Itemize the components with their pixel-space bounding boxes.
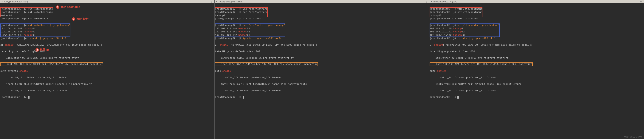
output-line: oute ens160 [215, 69, 429, 73]
hosts-line: 192.168.121.142 hadoop03 [215, 33, 285, 37]
cmd-line: [root@hadoop01 ~]# ip addr | grep ens160… [0, 37, 214, 40]
output-line: oute dynamic ens160 [0, 69, 214, 73]
cmd-line: [root@hadoop02 ~]# ip addr | grep ens160… [215, 37, 429, 40]
cmd-line: [root@hadoop03 ~]# vim /etc/hostname [430, 7, 482, 11]
cmd-line: [root@hadoop02 ~]# cat /etc/hostname [215, 11, 268, 14]
hosts-line: 192.168.121.141 hadoop02 [215, 30, 285, 33]
output-line: valid_lft forever preferred_lft forever [215, 89, 429, 92]
annotation-1: 1修改 hostname [56, 5, 80, 9]
output-line: inet6 fe80::4655:c1dd:9424:a686/64 scope… [0, 83, 214, 86]
minimize-icon[interactable]: ⊖ [426, 0, 427, 3]
tab-title: root@hadoop03:~ (ssh) [434, 0, 457, 3]
ip-highlight: inet 192.168.121.142/24 brd 192.168.121.… [430, 63, 532, 66]
minimize-icon[interactable]: ⊖ [211, 0, 212, 3]
hosts-line: 192.168.121.141 hadoop02 [430, 30, 500, 33]
cmd-line: [root@hadoop03 ~]# ip addr | grep ens160… [430, 37, 644, 40]
output-line: inet6 fe80::c819:8eff:feed:d161/64 scope… [215, 83, 429, 86]
cursor [458, 96, 459, 99]
hostname-output: hadoop03 [430, 14, 482, 17]
prompt-line: [root@hadoop02 ~]# [215, 96, 429, 99]
annotation-2: 2host 映射 [72, 17, 89, 21]
output-line: valid_lft forever preferred_lft forever [430, 89, 644, 92]
hostname-output: hadoop01 [0, 14, 53, 17]
terminal-pane-2: ✕ root@hadoop02:~ (ssh) ⊖ [root@hadoop02… [214, 0, 429, 139]
hosts-line: 192.168.121.142 hadoop03 [430, 33, 500, 37]
output-line: 2: ens160: <BROADCAST,MULTICAST,UP,LOWER… [215, 43, 429, 47]
output-line: inet 192.168.121.141/24 brd 192.168.121.… [215, 63, 429, 66]
output-line: 2: ens160: <BROADCAST,MULTICAST,UP,LOWER… [430, 43, 644, 47]
output-line: inet 192.168.121.140/24 brd 192.168.121.… [0, 63, 214, 66]
prompt-line: [root@hadoop01 ~]# [0, 96, 214, 99]
titlebar-2: ✕ root@hadoop02:~ (ssh) ⊖ [214, 0, 429, 3]
output-line: 2: ens160: <BROADCAST,MULTICAST,UP,LOWER… [0, 43, 214, 47]
watermark: CSDN @huan_1993 [624, 136, 642, 138]
hosts-line: 192.168.121.141 hadoop02 [0, 30, 70, 33]
titlebar-1: ✕ root@hadoop01:~ (ssh) ⊖ [0, 0, 214, 3]
hosts-line: 192.168.121.142 hadoop03 [0, 33, 70, 37]
output-line: tate UP group default qlen 1000 [215, 50, 429, 53]
tab-title: root@hadoop01:~ (ssh) [4, 0, 28, 3]
minimize-icon[interactable]: ⊖ [640, 0, 642, 3]
terminal-pane-3: ✕ root@hadoop03:~ (ssh) ⊖ [root@hadoop03… [430, 0, 644, 139]
ip-highlight: inet 192.168.121.141/24 brd 192.168.121.… [215, 63, 318, 66]
titlebar-3: ✕ root@hadoop03:~ (ssh) ⊖ [430, 0, 644, 3]
cursor [28, 96, 30, 99]
cursor [243, 96, 244, 99]
annotation-3: 3机器 ip [36, 48, 49, 52]
cmd-line: [root@hadoop01 ~]# cat /etc/hosts | grep… [0, 24, 70, 27]
cmd-line: [root@hadoop02 ~]# cat /etc/hosts | grep… [215, 24, 285, 27]
ip-highlight: inet 192.168.121.140/24 brd 192.168.121.… [0, 63, 103, 66]
output-line: valid_lft 1760sec preferred_lft 1760sec [0, 76, 214, 79]
cmd-line: [root@hadoop03 ~]# cat /etc/hosts | grep… [430, 24, 500, 27]
terminal-output-2[interactable]: [root@hadoop02 ~]# vim /etc/hostname[roo… [214, 3, 429, 106]
cmd-line: [root@hadoop02 ~]# vim /etc/hostname [215, 7, 268, 11]
output-line: tate UP group default qlen 1000 [430, 50, 644, 53]
close-icon[interactable]: ✕ [216, 0, 218, 3]
terminal-pane-1: ✕ root@hadoop01:~ (ssh) ⊖ 1修改 hostname 2… [0, 0, 214, 139]
hosts-line: 192.168.121.140 hadoop01 [0, 27, 70, 30]
output-line: valid_lft forever preferred_lft forever [0, 89, 214, 92]
output-line: valid_lft forever preferred_lft forever [215, 76, 429, 79]
cmd-line: [root@hadoop01 ~]# cat /etc/hostname [0, 11, 53, 14]
cmd-line: [root@hadoop02 ~]# vim /etc/hosts [215, 17, 429, 20]
terminal-output-1[interactable]: [root@hadoop01 ~]# vim /etc/hostname[roo… [0, 3, 214, 106]
hostname-output: hadoop02 [215, 14, 268, 17]
output-line: inet 192.168.121.142/24 brd 192.168.121.… [430, 63, 644, 66]
output-line: link/ether e2:52:31:94:c2:66 brd ff:ff:f… [430, 56, 644, 60]
hosts-line: 192.168.121.140 hadoop01 [215, 27, 285, 30]
terminal-output-3[interactable]: [root@hadoop03 ~]# vim /etc/hostname[roo… [430, 3, 644, 106]
output-line: link/ether 00:50:56:28:2c:a9 brd ff:ff:f… [0, 56, 214, 60]
cmd-line: [root@hadoop01 ~]# vim /etc/hosts [0, 17, 214, 20]
tab-title: root@hadoop02:~ (ssh) [219, 0, 242, 3]
cmd-line: [root@hadoop01 ~]# vim /etc/hostname [0, 7, 53, 11]
output-line: oute ens160 [430, 69, 644, 73]
output-line: valid_lft forever preferred_lft forever [430, 76, 644, 79]
close-icon[interactable]: ✕ [1, 0, 3, 3]
output-line: link/ether ca:19:8e:cd:d1:61 brd ff:ff:f… [215, 56, 429, 60]
output-line: inet6 fe80::e052:31ff:fe94:c266/64 scope… [430, 83, 644, 86]
hosts-line: 192.168.121.140 hadoop01 [430, 27, 500, 30]
terminal-container: ✕ root@hadoop01:~ (ssh) ⊖ 1修改 hostname 2… [0, 0, 644, 139]
prompt-line: [root@hadoop03 ~]# [430, 96, 644, 99]
cmd-line: [root@hadoop03 ~]# vim /etc/hosts [430, 17, 644, 20]
output-line: tate UP group default qlen 1000 [0, 50, 214, 53]
close-icon[interactable]: ✕ [430, 0, 432, 3]
cmd-line: [root@hadoop03 ~]# cat /etc/hostname [430, 11, 482, 14]
